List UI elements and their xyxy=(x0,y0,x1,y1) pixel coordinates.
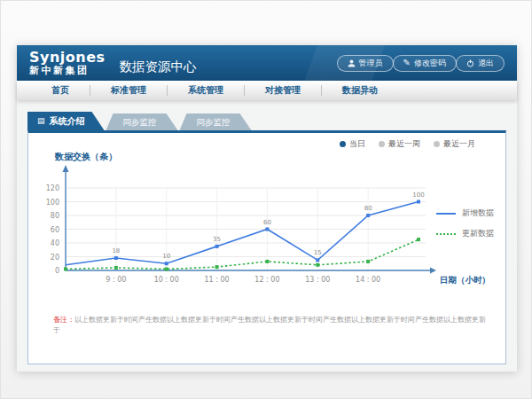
tab-label: 同步监控 xyxy=(197,117,231,127)
svg-text:100: 100 xyxy=(46,199,59,207)
footnote: 备注：以上数据更新于时间产生数据以上数据更新于时间产生数据以上数据更新于时间产生… xyxy=(53,315,489,335)
dotted-line-icon xyxy=(436,233,456,235)
logout-label: 退出 xyxy=(478,58,494,69)
radio-label: 当日 xyxy=(349,138,365,150)
svg-text:40: 40 xyxy=(51,239,59,247)
footnote-prefix: 备注： xyxy=(53,316,74,324)
svg-text:80: 80 xyxy=(51,212,59,220)
admin-button[interactable]: 管理员 xyxy=(337,55,394,72)
radio-label: 最近一周 xyxy=(388,138,420,150)
app-window: Synjones 新中新集团 数据资源中心 管理员 ✎ 修改密码 退出 xyxy=(17,45,517,372)
nav-item-interface[interactable]: 对接管理 xyxy=(245,81,321,100)
radio-label: 最近一月 xyxy=(443,138,475,150)
svg-text:35: 35 xyxy=(213,236,221,243)
app-header: Synjones 新中新集团 数据资源中心 管理员 ✎ 修改密码 退出 xyxy=(17,45,517,81)
radio-last-month[interactable]: 最近一月 xyxy=(434,138,475,150)
footnote-text: 以上数据更新于时间产生数据以上数据更新于时间产生数据以上数据更新于时间产生数据以… xyxy=(53,316,486,334)
legend-item-new-data[interactable]: 新增数据 xyxy=(436,207,494,219)
svg-text:100: 100 xyxy=(412,192,424,199)
admin-label: 管理员 xyxy=(359,58,383,69)
desktop-background: { "header": { "logo_text": "Synjones", "… xyxy=(0,0,532,399)
document-icon: ▤ xyxy=(37,117,45,125)
nav-item-system[interactable]: 系统管理 xyxy=(168,81,244,100)
page-title: 数据资源中心 xyxy=(120,51,197,75)
radio-dot-icon xyxy=(340,141,346,147)
tab-system-intro[interactable]: ▤ 系统介绍 xyxy=(27,112,105,130)
tab-sync-monitor-1[interactable]: 同步监控 xyxy=(106,113,178,130)
svg-text:18: 18 xyxy=(112,247,120,254)
chart-panel: 当日 最近一周 最近一月 数据交换（条） 0204060801001209 : … xyxy=(27,130,506,364)
svg-text:日期（小时）: 日期（小时） xyxy=(440,275,490,286)
svg-text:14 : 00: 14 : 00 xyxy=(356,276,380,284)
nav-item-home[interactable]: 首页 xyxy=(31,81,90,100)
nav-item-data-change[interactable]: 数据异动 xyxy=(322,81,398,100)
svg-text:0: 0 xyxy=(55,267,59,275)
svg-text:11 : 00: 11 : 00 xyxy=(205,276,230,284)
nav-item-standards[interactable]: 标准管理 xyxy=(90,81,167,100)
solid-line-icon xyxy=(436,213,456,215)
svg-text:60: 60 xyxy=(263,219,271,226)
company-logo: Synjones 新中新集团 xyxy=(29,51,106,75)
edit-icon: ✎ xyxy=(403,59,411,67)
svg-text:15: 15 xyxy=(314,249,322,256)
svg-text:20: 20 xyxy=(51,254,59,262)
logo-text: Synjones xyxy=(29,51,106,66)
svg-text:60: 60 xyxy=(51,226,59,234)
user-controls: 管理员 ✎ 修改密码 退出 xyxy=(338,55,505,72)
tab-label: 系统介绍 xyxy=(50,112,85,130)
power-icon xyxy=(466,59,474,67)
legend-label: 更新数据 xyxy=(462,228,494,239)
svg-text:9 : 00: 9 : 00 xyxy=(106,276,126,284)
line-chart: 0204060801001209 : 0010 : 0011 : 0012 : … xyxy=(28,160,498,293)
svg-text:13 : 00: 13 : 00 xyxy=(305,276,330,284)
legend-label: 新增数据 xyxy=(462,207,494,219)
logout-button[interactable]: 退出 xyxy=(456,55,505,72)
tab-label: 同步监控 xyxy=(123,117,157,127)
logo-subtext: 新中新集团 xyxy=(29,66,106,76)
radio-last-week[interactable]: 最近一周 xyxy=(379,138,420,150)
svg-text:80: 80 xyxy=(364,205,372,212)
svg-text:12 : 00: 12 : 00 xyxy=(254,276,279,284)
radio-dot-icon xyxy=(379,141,385,147)
radio-dot-icon xyxy=(434,141,440,147)
content-area: ▤ 系统介绍 同步监控 同步监控 当日 最近一周 xyxy=(17,100,517,372)
legend-item-updated-data[interactable]: 更新数据 xyxy=(436,228,494,239)
chart-legend: 新增数据 更新数据 xyxy=(436,207,494,239)
tab-bar: ▤ 系统介绍 同步监控 同步监控 xyxy=(27,112,506,130)
person-icon xyxy=(348,59,356,67)
svg-text:10 : 00: 10 : 00 xyxy=(154,276,179,284)
radio-today[interactable]: 当日 xyxy=(340,138,365,150)
svg-text:120: 120 xyxy=(46,184,59,192)
time-range-filter: 当日 最近一周 最近一月 xyxy=(340,138,475,150)
main-nav: 首页 标准管理 系统管理 对接管理 数据异动 xyxy=(17,81,517,100)
change-password-button[interactable]: ✎ 修改密码 xyxy=(393,55,457,72)
change-password-label: 修改密码 xyxy=(414,58,446,69)
tab-sync-monitor-2[interactable]: 同步监控 xyxy=(180,113,252,130)
svg-text:10: 10 xyxy=(162,253,170,260)
